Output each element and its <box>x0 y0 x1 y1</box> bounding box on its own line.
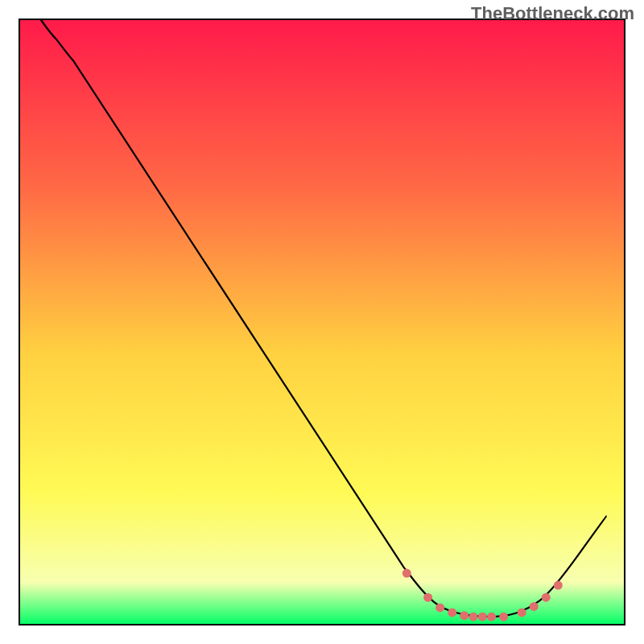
chart-svg <box>0 0 644 644</box>
marker-point <box>518 608 526 617</box>
plot-background <box>19 19 625 625</box>
marker-point <box>478 613 487 621</box>
marker-point <box>554 581 563 590</box>
marker-point <box>436 603 444 612</box>
marker-point <box>499 613 508 621</box>
attribution-label: TheBottleneck.com <box>471 3 634 24</box>
marker-point <box>448 608 456 617</box>
marker-point <box>530 602 539 611</box>
marker-point <box>423 593 432 602</box>
marker-point <box>460 611 469 620</box>
chart-container: TheBottleneck.com <box>0 0 644 644</box>
marker-point <box>469 613 478 621</box>
marker-point <box>487 613 496 621</box>
marker-point <box>402 569 411 578</box>
marker-point <box>542 593 551 602</box>
